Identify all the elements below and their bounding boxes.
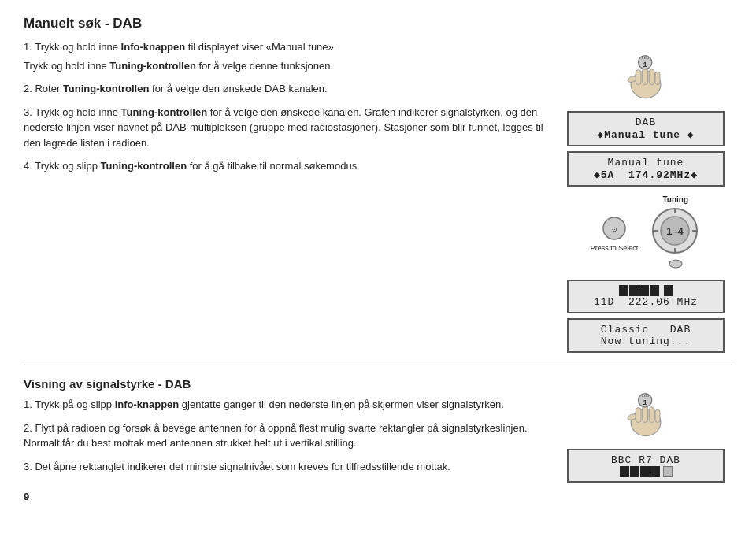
step4-text2: for å gå tilbake til normal søkemodus. xyxy=(187,160,360,172)
section2-right: Info 1 BBC R7 DAB xyxy=(559,377,732,483)
info-hand-icon: Info 1 xyxy=(622,43,669,102)
dab-display-1: DAB ◆Manual tune ◆ xyxy=(567,111,724,146)
svg-text:1–4: 1–4 xyxy=(666,225,684,237)
dab-display-1-line2: ◆Manual tune ◆ xyxy=(576,128,715,141)
dab-display-3-line1 xyxy=(576,285,715,296)
svg-text:1: 1 xyxy=(643,60,647,69)
step1-text2: til displayet viser «Manual tune». xyxy=(185,41,336,53)
dab-display-4-line2: Now tuning... xyxy=(576,335,715,347)
main-left-column: 1. Trykk og hold inne Info-knappen til d… xyxy=(24,39,551,353)
step1-bold: Info-knappen xyxy=(121,41,186,53)
s2-step2-number: 2. xyxy=(24,422,32,434)
step1-bold2: Tuning-kontrollen xyxy=(109,60,196,72)
tuning-base-icon xyxy=(669,257,683,271)
svg-rect-23 xyxy=(649,407,654,423)
step2-bold: Tuning-kontrollen xyxy=(63,83,150,94)
section2-step-1: 1. Trykk på og slipp Info-knappen gjenta… xyxy=(24,397,551,413)
s2-step1-number: 1. xyxy=(24,398,32,410)
dab-display-1-line1: DAB xyxy=(576,117,715,128)
tuning-label: Tuning xyxy=(662,195,688,204)
svg-text:1: 1 xyxy=(643,398,647,406)
step2-text2: for å velge den ønskede DAB kanalen. xyxy=(149,83,327,94)
tuning-dial-area: Tuning 1–4 xyxy=(650,195,701,271)
svg-rect-5 xyxy=(655,72,660,84)
section2-step-3: 3. Det åpne rektanglet indikerer det min… xyxy=(24,459,551,475)
step4-bold: Tuning-kontrollen xyxy=(101,160,187,172)
press-select-area: ⊙ Press to Select xyxy=(591,215,639,252)
press-select-label: Press to Select xyxy=(591,244,639,252)
svg-point-18 xyxy=(669,260,682,268)
bbc-display-line2 xyxy=(576,466,715,477)
step-2: 2. Roter Tuning-kontrollen for å velge d… xyxy=(24,81,551,97)
s2-step3-text: Det åpne rektanglet indikerer det minste… xyxy=(35,461,450,472)
step1-text: Trykk og hold inne xyxy=(35,41,120,53)
tuning-dial-icon: 1–4 xyxy=(650,206,701,257)
dab-display-3: 11D 222.06 MHz xyxy=(567,280,724,313)
step2-number: 2. xyxy=(24,83,32,94)
info-hand-icon-2: Info 1 xyxy=(622,381,669,440)
svg-rect-3 xyxy=(643,68,648,84)
step1-text3: Trykk og hold inne xyxy=(24,60,109,72)
right-column-top: Info 1 DAB ◆Manual tune ◆ Manual tune ◆5… xyxy=(559,39,732,353)
s2-step1-bold: Info-knappen xyxy=(115,398,180,410)
step4-number: 4. xyxy=(24,160,32,172)
dab-display-3-line2: 11D 222.06 MHz xyxy=(576,296,715,308)
svg-rect-4 xyxy=(649,69,654,85)
section-divider xyxy=(24,365,732,365)
tuning-illustration-area: ⊙ Press to Select Tuning 1–4 xyxy=(591,195,702,271)
section2-left: Visning av signalstyrke - DAB 1. Trykk p… xyxy=(24,377,551,483)
dab-display-2: Manual tune ◆5A 174.92MHz◆ xyxy=(567,151,724,187)
step-4: 4. Trykk og slipp Tuning-kontrollen for … xyxy=(24,158,551,174)
step-1: 1. Trykk og hold inne Info-knappen til d… xyxy=(24,39,551,73)
dab-display-2-line1: Manual tune xyxy=(576,157,715,169)
section2-step-2: 2. Flytt på radioen og forsøk å bevege a… xyxy=(24,420,551,451)
s2-step1-text: Trykk på og slipp xyxy=(35,398,114,410)
s2-step1-text2: gjentatte ganger til den nederste linjen… xyxy=(179,398,504,410)
svg-rect-24 xyxy=(655,409,660,422)
svg-rect-22 xyxy=(643,406,648,422)
dab-display-4-line1: Classic DAB xyxy=(576,324,715,335)
dab-display-4: Classic DAB Now tuning... xyxy=(567,318,724,353)
svg-text:Info: Info xyxy=(641,393,650,398)
svg-rect-2 xyxy=(636,70,641,85)
svg-text:Info: Info xyxy=(641,55,650,60)
dab-display-2-line2: ◆5A 174.92MHz◆ xyxy=(576,169,715,181)
info-hand-illustration-2: Info 1 xyxy=(622,381,669,440)
step-3: 3. Trykk og hold inne Tuning-kontrollen … xyxy=(24,105,551,151)
bbc-dab-display: BBC R7 DAB xyxy=(567,449,724,483)
bbc-display-line1: BBC R7 DAB xyxy=(576,454,715,466)
section2: Visning av signalstyrke - DAB 1. Trykk p… xyxy=(24,377,732,483)
step4-text: Trykk og slipp xyxy=(35,160,100,172)
step3-number: 3. xyxy=(24,106,32,118)
step3-text: Trykk og hold inne xyxy=(35,106,120,118)
section2-title: Visning av signalstyrke - DAB xyxy=(24,377,551,391)
s2-step3-number: 3. xyxy=(24,461,32,472)
press-select-icon: ⊙ xyxy=(601,215,628,243)
step1-text4: for å velge denne funksjonen. xyxy=(196,60,333,72)
step2-text: Roter xyxy=(35,83,62,94)
page-number: 9 xyxy=(24,491,732,502)
step3-bold: Tuning-kontrollen xyxy=(121,106,208,118)
step1-number: 1. xyxy=(24,41,32,53)
info-hand-illustration: Info 1 xyxy=(622,43,669,102)
s2-step2-text: Flytt på radioen og forsøk å bevege ante… xyxy=(24,422,528,450)
svg-rect-21 xyxy=(636,408,641,423)
page-title: Manuelt søk - DAB xyxy=(24,16,732,31)
svg-text:⊙: ⊙ xyxy=(611,226,617,233)
